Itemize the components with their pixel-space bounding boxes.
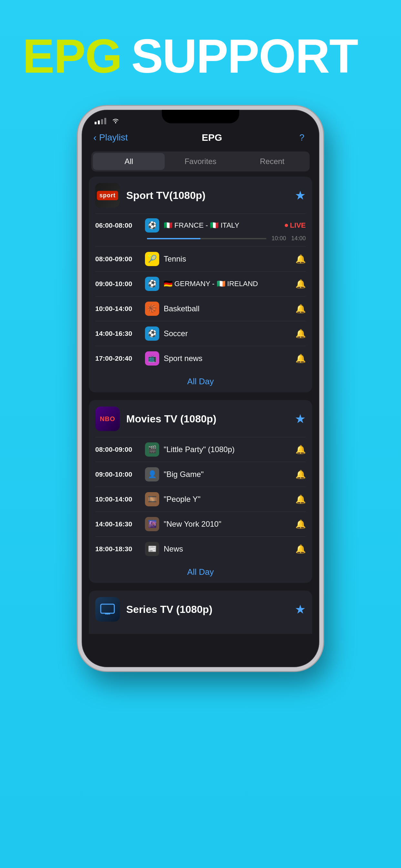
page-background: EPG SUPPORT	[0, 0, 401, 868]
program-time-littleparty: 08:00-09:00	[95, 445, 141, 454]
channel-header-sport: sport Sport TV(1080p) ★	[95, 183, 306, 208]
live-badge: LIVE	[285, 221, 306, 229]
program-row-tennis[interactable]: 08:00-09:00 🎾 Tennis 🔔	[95, 246, 306, 271]
movie3-icon: 🎞️	[145, 492, 159, 506]
bell-icon-news[interactable]: 🔔	[296, 544, 306, 554]
program-flags-germany: 🇩🇪 GERMANY - 🇮🇪 IRELAND	[164, 280, 291, 288]
movie4-icon: 🌆	[145, 517, 159, 531]
program-time-biggame: 09:00-10:00	[95, 470, 141, 478]
movie2-icon: 👤	[145, 467, 159, 482]
live-dot	[285, 224, 288, 227]
signal-icon	[95, 118, 106, 124]
movie1-icon: 🎬	[145, 442, 159, 457]
filter-tabs: All Favorites Recent	[91, 151, 310, 172]
program-flags-live: 🇮🇹 FRANCE - 🇮🇹 ITALY	[164, 221, 280, 229]
program-name-soccer: Soccer	[164, 329, 291, 338]
phone-notch	[162, 110, 239, 123]
support-label: SUPPORT	[131, 32, 358, 80]
wifi-icon	[112, 117, 120, 125]
bell-icon-peopley[interactable]: 🔔	[296, 494, 306, 504]
back-label: Playlist	[99, 132, 128, 143]
favorite-star-sport[interactable]: ★	[295, 188, 306, 203]
bell-icon-biggame[interactable]: 🔔	[296, 469, 306, 479]
bell-icon-basketball[interactable]: 🔔	[296, 304, 306, 314]
program-name-newyork: "New York 2010"	[164, 520, 291, 529]
bell-icon-germany[interactable]: 🔔	[296, 279, 306, 289]
program-row-biggame[interactable]: 09:00-10:00 👤 "Big Game" 🔔	[95, 462, 306, 487]
channel-name-movies: Movies TV (1080p)	[126, 413, 288, 425]
channel-card-sport: sport Sport TV(1080p) ★ 06:00-08:00 ⚽ 🇮🇹…	[89, 177, 312, 392]
tab-all[interactable]: All	[93, 153, 165, 170]
monitor-svg	[100, 603, 115, 615]
favorite-star-movies[interactable]: ★	[295, 412, 306, 426]
program-row-newyork[interactable]: 14:00-16:30 🌆 "New York 2010" 🔔	[95, 512, 306, 536]
program-row-germany[interactable]: 09:00-10:00 ⚽ 🇩🇪 GERMANY - 🇮🇪 IRELAND 🔔	[95, 271, 306, 296]
program-row-sportnews[interactable]: 17:00-20:40 📺 Sport news 🔔	[95, 346, 306, 371]
program-name-news: News	[164, 545, 291, 554]
progress-fill	[147, 238, 201, 239]
all-day-link-movies[interactable]: All Day	[95, 561, 306, 583]
channel-card-movies: NBO Movies TV (1080p) ★ 08:00-09:00 🎬 "L…	[89, 400, 312, 583]
program-time-newyork: 14:00-16:30	[95, 520, 141, 528]
program-name-littleparty: "Little Party" (1080p)	[164, 445, 291, 454]
nbo-badge: NBO	[100, 415, 115, 423]
tab-favorites[interactable]: Favorites	[165, 153, 236, 170]
progress-track	[147, 238, 266, 239]
time-end: 14:00	[291, 235, 306, 242]
soccer-icon-live: ⚽	[145, 218, 159, 232]
channel-header-movies: NBO Movies TV (1080p) ★	[95, 407, 306, 431]
bell-icon-soccer[interactable]: 🔔	[296, 329, 306, 339]
phone-frame: ‹ Playlist EPG ? All Favorites Recent sp…	[78, 106, 323, 671]
program-time-basketball: 10:00-14:00	[95, 305, 141, 313]
basketball-icon: 🏀	[145, 302, 159, 316]
page-title: EPG	[202, 132, 222, 143]
program-name-sportnews: Sport news	[164, 354, 291, 363]
progress-bar-container: 10:00 14:00	[95, 232, 306, 242]
program-row-basketball[interactable]: 10:00-14:00 🏀 Basketball 🔔	[95, 296, 306, 321]
hero-section: EPG SUPPORT	[0, 0, 401, 99]
soccer-icon: ⚽	[145, 327, 159, 341]
program-name-biggame: "Big Game"	[164, 470, 291, 479]
bell-icon-littleparty[interactable]: 🔔	[296, 445, 306, 455]
help-button[interactable]: ?	[296, 132, 308, 143]
svg-rect-0	[101, 604, 114, 613]
program-row-soccer[interactable]: 14:00-16:30 ⚽ Soccer 🔔	[95, 321, 306, 346]
time-start: 10:00	[272, 235, 286, 242]
channel-logo-sport: sport	[95, 183, 120, 208]
favorite-star-series[interactable]: ★	[295, 602, 306, 616]
bell-icon-sportnews[interactable]: 🔔	[296, 353, 306, 364]
program-row-news[interactable]: 18:00-18:30 📰 News 🔔	[95, 536, 306, 561]
bell-icon-tennis[interactable]: 🔔	[296, 254, 306, 264]
program-time-germany: 09:00-10:00	[95, 280, 141, 288]
program-time-news: 18:00-18:30	[95, 545, 141, 553]
program-name-peopley: "People Y"	[164, 495, 291, 504]
channel-name-sport: Sport TV(1080p)	[126, 190, 288, 202]
program-time-peopley: 10:00-14:00	[95, 495, 141, 503]
program-name-tennis: Tennis	[164, 254, 291, 264]
news-icon: 📰	[145, 542, 159, 556]
phone-wrapper: ‹ Playlist EPG ? All Favorites Recent sp…	[0, 106, 401, 671]
epg-label: EPG	[23, 32, 122, 80]
all-day-link-sport[interactable]: All Day	[95, 371, 306, 392]
chevron-left-icon: ‹	[93, 132, 96, 143]
navigation-bar: ‹ Playlist EPG ?	[82, 129, 319, 146]
program-time-live: 06:00-08:00	[95, 221, 141, 229]
back-button[interactable]: ‹ Playlist	[93, 132, 128, 143]
channel-logo-movies: NBO	[95, 407, 120, 431]
sportnews-icon: 📺	[145, 351, 159, 366]
program-time-tennis: 08:00-09:00	[95, 255, 141, 263]
tennis-icon: 🎾	[145, 252, 159, 266]
channel-card-series: Series TV (1080p) ★	[89, 591, 312, 634]
program-time-soccer: 14:00-16:30	[95, 330, 141, 337]
bell-icon-newyork[interactable]: 🔔	[296, 519, 306, 529]
program-row-live[interactable]: 06:00-08:00 ⚽ 🇮🇹 FRANCE - 🇮🇹 ITALY LIVE	[95, 213, 306, 246]
tab-recent[interactable]: Recent	[236, 153, 308, 170]
channel-logo-series	[95, 597, 120, 622]
program-row-peopley[interactable]: 10:00-14:00 🎞️ "People Y" 🔔	[95, 487, 306, 512]
channel-name-series: Series TV (1080p)	[126, 603, 288, 616]
sport-badge: sport	[97, 191, 118, 200]
program-row-littleparty[interactable]: 08:00-09:00 🎬 "Little Party" (1080p) 🔔	[95, 437, 306, 462]
soccer-icon-germany: ⚽	[145, 277, 159, 291]
program-name-basketball: Basketball	[164, 304, 291, 313]
channel-header-series: Series TV (1080p) ★	[95, 597, 306, 622]
